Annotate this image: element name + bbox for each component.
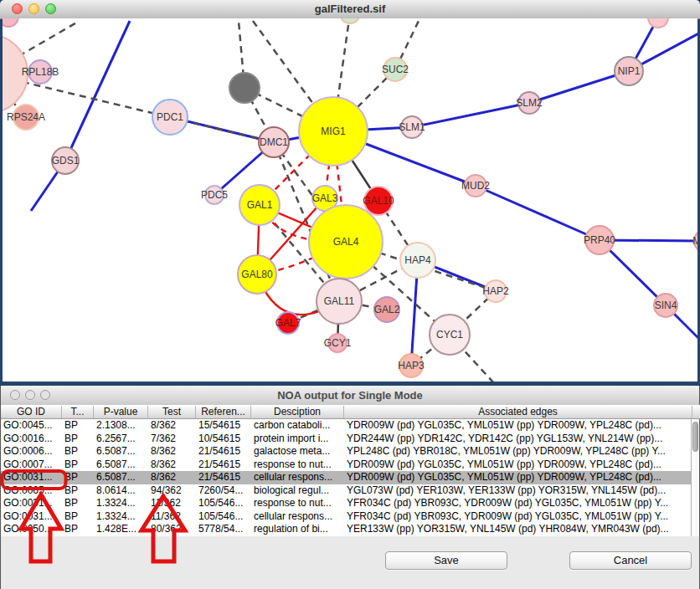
node-GAL11[interactable]: GAL11: [316, 278, 363, 325]
cell: 10/54615: [196, 433, 251, 446]
table-row[interactable]: GO:0016...BP6.2567...7/36210/54615protei…: [1, 433, 692, 446]
vertical-scrollbar[interactable]: [691, 419, 699, 536]
column-header-associated-edges[interactable]: Associated edges: [344, 406, 692, 418]
node-label: HAP2: [482, 286, 508, 296]
node-SLM1[interactable]: SLM1: [400, 115, 424, 139]
noa-window-title: NOA output for Single Mode: [1, 386, 699, 405]
node-NIP1[interactable]: NIP1: [614, 56, 644, 86]
node-PDC1[interactable]: PDC1: [152, 99, 188, 136]
node-label: GAL3: [312, 193, 338, 203]
column-header-referen-[interactable]: Referen...: [196, 406, 251, 418]
cell: 21/54615: [196, 471, 251, 484]
node-GAL1[interactable]: GAL1: [239, 184, 281, 226]
column-header-p-value[interactable]: P-value: [94, 406, 148, 418]
table-row[interactable]: GO:0050...BP1.428E...80/3625778/54...reg…: [1, 523, 692, 536]
column-header-desciption[interactable]: Desciption: [251, 406, 344, 418]
cell: 6.5087...: [94, 445, 148, 458]
node-label: SIN4: [655, 300, 677, 310]
node-GAL80[interactable]: GAL80: [237, 254, 277, 294]
edge-blue: [476, 186, 600, 240]
network-canvas[interactable]: RPL18BRPS24AGDS1PDC1PDC5DMC1MIG1GAL1GAL3…: [3, 18, 697, 382]
cell: 15/54615: [196, 419, 251, 433]
edge-blue: [412, 103, 529, 127]
column-header-go-id[interactable]: GO ID: [1, 406, 62, 418]
cell: 6.5087...: [94, 458, 148, 472]
node-label: GAL2: [374, 305, 400, 315]
table-row[interactable]: GO:0006...BP6.5087...8/36221/54615galact…: [1, 445, 692, 458]
node-label: PRP40: [584, 235, 615, 245]
cell: protein import i...: [251, 433, 344, 446]
node-GAL2[interactable]: GAL2: [373, 296, 400, 323]
node-gray-node[interactable]: [229, 72, 260, 104]
node-label: DMC1: [260, 137, 288, 147]
cell: carbon cataboli...: [251, 419, 344, 433]
table-row[interactable]: GO:0031...BP6.5087...8/36221/54615cellul…: [1, 471, 692, 484]
node-label: PDC1: [157, 112, 183, 122]
table-row[interactable]: GO:0031...BP1.3324...11/362105/546...cel…: [1, 510, 692, 524]
node-SLM2[interactable]: SLM2: [517, 91, 541, 115]
node-DMC1[interactable]: DMC1: [258, 126, 290, 158]
node-RPS24A[interactable]: RPS24A: [13, 104, 39, 131]
node-GDS1[interactable]: GDS1: [51, 146, 80, 175]
node-CYC1[interactable]: CYC1: [429, 314, 471, 356]
node-PDC5[interactable]: PDC5: [204, 185, 224, 205]
network-edges: [3, 18, 697, 382]
noa-window-titlebar[interactable]: NOA output for Single Mode: [1, 386, 699, 406]
column-header-t-[interactable]: T...: [62, 406, 94, 418]
node-label: CYC1: [436, 330, 463, 340]
cell: 105/546...: [196, 497, 251, 510]
node-GAL4[interactable]: GAL4: [308, 204, 383, 279]
cell: 2.1308...: [94, 419, 148, 433]
node-HAP4[interactable]: HAP4: [399, 242, 436, 279]
cell: GO:0007...: [1, 458, 62, 472]
node-label: GAL1: [247, 200, 273, 210]
cell: 1.3324...: [94, 497, 148, 510]
save-button[interactable]: Save: [385, 551, 507, 570]
cell: YDR244W (pp) YDR142C, YDR142C (pp) YGL15…: [344, 433, 692, 446]
noa-output-window: NOA output for Single Mode GO IDT...P-va…: [0, 386, 700, 589]
cell: 6.2567...: [94, 433, 148, 446]
cell: GO:0031...: [1, 497, 62, 510]
node-HAP3[interactable]: HAP3: [399, 353, 424, 378]
cell: BP: [62, 523, 94, 536]
cell: 5778/54...: [196, 523, 251, 536]
table-row[interactable]: GO:0007...BP6.5087...8/36221/54615respon…: [1, 458, 692, 472]
cell: 8/362: [148, 445, 196, 458]
cell: 8/362: [148, 419, 196, 433]
node-PRP40[interactable]: PRP40: [584, 225, 615, 255]
node-SUC2[interactable]: SUC2: [383, 57, 408, 82]
node-RPL18B[interactable]: RPL18B: [28, 59, 53, 85]
scrollbar-thumb[interactable]: [692, 422, 698, 452]
cell: GO:0065...: [1, 484, 62, 498]
network-window-titlebar[interactable]: galFiltered.sif: [0, 0, 700, 19]
node-label: HAP4: [404, 255, 430, 265]
cell: 8/362: [148, 471, 196, 484]
node-MUD2[interactable]: MUD2: [464, 174, 487, 197]
cell: BP: [62, 510, 94, 524]
cell: biological regul...: [251, 484, 344, 498]
cell: 21/54615: [196, 445, 251, 458]
table-row[interactable]: GO:0031...BP1.3324...11/362105/546...res…: [1, 497, 692, 510]
network-window-title: galFiltered.sif: [0, 0, 700, 18]
node-SIN4[interactable]: SIN4: [653, 293, 678, 318]
cell: GO:0016...: [1, 433, 62, 446]
node-label: MUD2: [461, 181, 490, 191]
node-label: SUC2: [382, 64, 409, 74]
table-row[interactable]: GO:0045...BP2.1308...8/36215/54615carbon…: [1, 419, 692, 433]
table-row[interactable]: GO:0065...BP8.0614...94/3627260/54...bio…: [1, 484, 692, 498]
cell: 7260/54...: [196, 484, 251, 498]
cell: 80/362: [148, 523, 196, 536]
cell: response to nut...: [251, 497, 344, 510]
table-header: GO IDT...P-valueTestReferen...Desciption…: [1, 405, 700, 419]
node-HAP2[interactable]: HAP2: [484, 279, 507, 303]
cell: BP: [62, 433, 94, 446]
node-GAL7[interactable]: GAL7: [276, 311, 300, 335]
node-GCY1[interactable]: GCY1: [327, 333, 347, 353]
node-label: HAP3: [398, 361, 424, 371]
node-MIG1[interactable]: MIG1: [298, 96, 368, 166]
cell: 8.0614...: [94, 484, 148, 498]
column-header-test[interactable]: Test: [148, 406, 196, 418]
cancel-button[interactable]: Cancel: [569, 551, 692, 570]
cell: 7/362: [148, 433, 196, 446]
cell: GO:0031...: [1, 510, 62, 524]
